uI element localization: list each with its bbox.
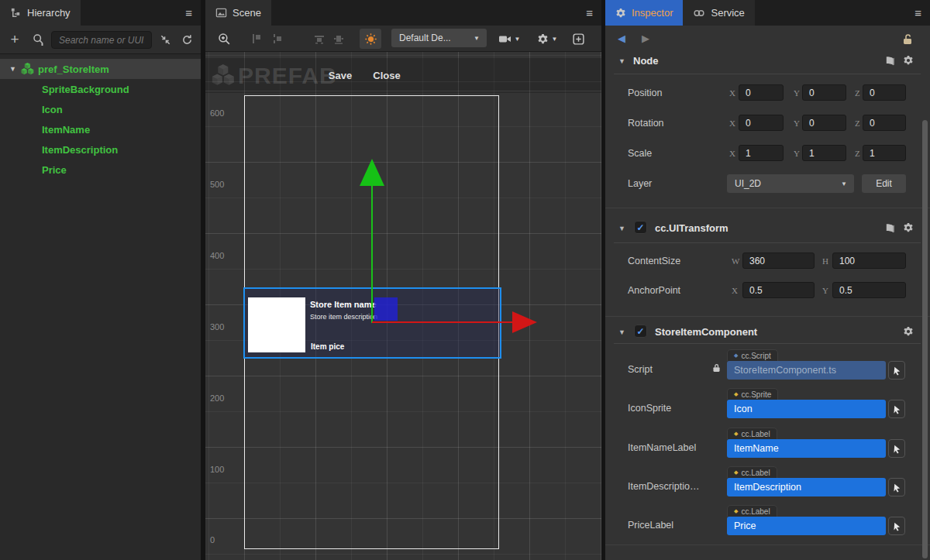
scale-x-input[interactable]: [739, 145, 784, 161]
zoom-icon[interactable]: [216, 31, 232, 46]
layer-dropdown[interactable]: UI_2D ▼: [727, 174, 854, 193]
scene-settings-dropdown[interactable]: ▼: [534, 31, 560, 46]
scene-panel: Scene ≡ Default De... ▼: [205, 0, 601, 560]
collapse-all-icon[interactable]: [157, 32, 173, 47]
scene-image-icon: [215, 7, 227, 19]
grid-view-icon[interactable]: [570, 31, 587, 46]
cocos-creator-editor: { "hierarchy": { "tab_label": "Hierarchy…: [0, 0, 930, 560]
tab-hierarchy[interactable]: Hierarchy: [0, 0, 81, 26]
component-enabled-checkbox[interactable]: ✓: [634, 325, 647, 338]
type-badge-label: cc.Label: [741, 507, 770, 516]
expand-caret-icon[interactable]: ▼: [9, 65, 19, 73]
section-divider: [605, 545, 930, 545]
camera-icon: [498, 33, 512, 45]
anchor-y-input[interactable]: [832, 282, 906, 298]
tab-service[interactable]: Service: [683, 0, 754, 26]
ref-picker-button[interactable]: [888, 400, 905, 418]
content-width-input[interactable]: [742, 253, 815, 269]
itemdescriptionlabel-ref-field[interactable]: ItemDescription: [727, 478, 886, 496]
cursor-pick-icon: [892, 444, 902, 454]
gizmo-xy-plane-handle[interactable]: [374, 297, 398, 321]
position-z-input[interactable]: [863, 84, 906, 101]
inspector-scrollbar[interactable]: [922, 120, 928, 558]
uitransform-enabled-checkbox[interactable]: ✓: [634, 221, 647, 234]
ref-picker-button[interactable]: [888, 478, 905, 496]
anchor-x-input[interactable]: [742, 282, 815, 298]
tree-row[interactable]: ItemDescription: [0, 139, 201, 160]
tree-row[interactable]: Price: [0, 160, 201, 180]
history-back-button[interactable]: ◀: [618, 33, 625, 44]
gear-icon[interactable]: [903, 222, 914, 233]
type-badge-label: cc.Sprite: [741, 390, 771, 399]
content-height-input[interactable]: [832, 253, 906, 269]
check-icon: ✓: [636, 222, 644, 233]
history-forward-button[interactable]: ▶: [642, 33, 649, 44]
axis-y-label: Y: [822, 286, 828, 295]
scene-menu-icon[interactable]: ≡: [586, 6, 593, 19]
gizmo-x-axis[interactable]: [372, 321, 512, 323]
layer-edit-button[interactable]: Edit: [862, 174, 906, 193]
ref-picker-button[interactable]: [888, 517, 905, 535]
storeitemcomponent-section-header[interactable]: ▼ ✓ StoreItemComponent: [605, 324, 930, 342]
align-middle-v-icon[interactable]: [331, 32, 346, 46]
type-badge: ◆ cc.Script: [727, 349, 778, 361]
uitransform-section-header[interactable]: ▼ ✓ cc.UITransform: [605, 220, 930, 239]
ref-value: Icon: [734, 404, 753, 414]
inspector-menu-icon[interactable]: ≡: [914, 6, 921, 19]
gizmo-y-axis-arrowhead-icon[interactable]: [360, 159, 384, 186]
itemnamelabel-ref-field[interactable]: ItemName: [727, 439, 886, 458]
help-book-icon[interactable]: [884, 222, 896, 234]
add-node-button[interactable]: +: [6, 30, 23, 49]
align-left-icon[interactable]: [249, 32, 264, 46]
tree-row[interactable]: ItemName: [0, 119, 201, 139]
tab-scene[interactable]: Scene: [205, 0, 271, 26]
ref-picker-button[interactable]: [888, 361, 905, 380]
chevron-down-icon: ▼: [515, 36, 521, 43]
scale-y-input[interactable]: [802, 145, 846, 161]
collapse-caret-icon[interactable]: ▼: [618, 57, 625, 65]
help-book-icon[interactable]: [884, 55, 896, 67]
node-section-header[interactable]: ▼ Node: [605, 53, 930, 71]
align-top-icon[interactable]: [312, 32, 327, 46]
align-center-h-icon[interactable]: [270, 32, 285, 46]
search-input[interactable]: [51, 31, 152, 49]
gear-icon[interactable]: [903, 326, 914, 337]
rotation-z-input[interactable]: [863, 115, 906, 131]
ref-picker-button[interactable]: [888, 439, 905, 458]
rotation-x-input[interactable]: [739, 115, 784, 131]
collapse-caret-icon[interactable]: ▼: [618, 328, 625, 336]
position-label: Position: [628, 88, 662, 98]
tree-row-root[interactable]: ▼ pref_StoreItem: [0, 59, 201, 79]
script-ref-field[interactable]: StoreItemComponent.ts: [727, 361, 886, 380]
tab-inspector[interactable]: Inspector: [605, 0, 683, 26]
itemdescriptionlabel-label: ItemDescriptio…: [628, 481, 699, 492]
scene-viewport[interactable]: 600 500 400 300 200 100 0 PREFAB Save Cl…: [205, 52, 601, 560]
search-filter-icon[interactable]: [29, 32, 48, 47]
position-x-input[interactable]: [739, 84, 784, 101]
iconsprite-ref-field[interactable]: Icon: [727, 400, 886, 418]
lighting-toggle-button[interactable]: [360, 29, 381, 49]
inspector-panel: Inspector Service ≡ ◀ ▶ ▼ Node Position …: [605, 0, 930, 560]
camera-preset-dropdown[interactable]: Default De... ▼: [391, 29, 487, 47]
gizmo-x-axis-arrowhead-icon[interactable]: [512, 311, 537, 333]
unlock-icon[interactable]: [901, 33, 914, 46]
refresh-icon[interactable]: [179, 32, 195, 47]
prefab-save-button[interactable]: Save: [320, 58, 360, 93]
pricelabel-ref-field[interactable]: Price: [727, 517, 886, 535]
gizmo-y-axis[interactable]: [371, 186, 373, 323]
hierarchy-menu-icon[interactable]: ≡: [185, 6, 192, 19]
prefab-close-button[interactable]: Close: [367, 58, 407, 93]
script-ref-value: StoreItemComponent.ts: [734, 365, 836, 376]
cursor-pick-icon: [892, 366, 902, 376]
camera-view-dropdown[interactable]: ▼: [496, 31, 522, 46]
position-y-input[interactable]: [802, 84, 846, 101]
ruler-label: 400: [210, 251, 224, 260]
tree-row[interactable]: Icon: [0, 99, 201, 119]
item-icon-sprite[interactable]: [248, 297, 305, 352]
collapse-caret-icon[interactable]: ▼: [618, 225, 625, 232]
tree-row[interactable]: SpriteBackground: [0, 79, 201, 99]
scale-z-input[interactable]: [863, 145, 906, 161]
rotation-y-input[interactable]: [802, 115, 846, 131]
gear-icon[interactable]: [903, 55, 914, 66]
component-section-title: StoreItemComponent: [655, 326, 757, 338]
